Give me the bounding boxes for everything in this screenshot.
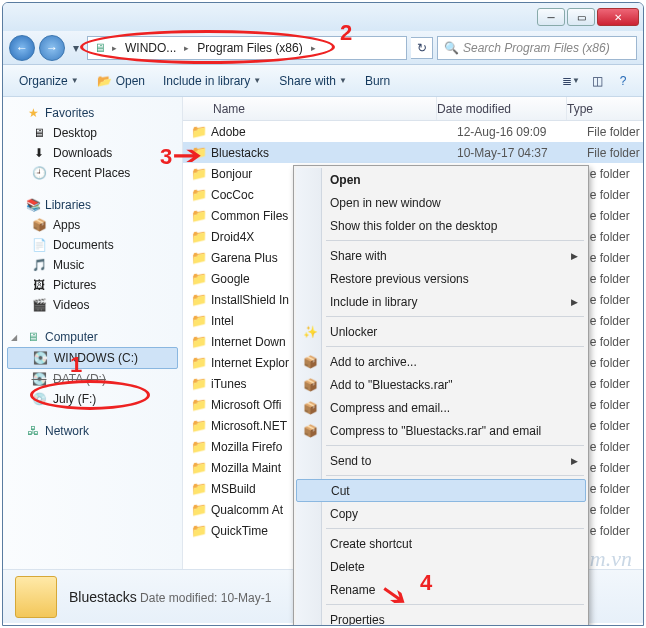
file-date: 10-May-17 04:37 [457, 146, 587, 160]
address-bar[interactable]: 🖥 ▸ WINDO... ▸ Program Files (x86) ▸ [87, 36, 407, 60]
network-group[interactable]: 🖧Network [7, 421, 178, 441]
file-type: le folder [587, 230, 630, 244]
sidebar-item-desktop[interactable]: 🖥Desktop [7, 123, 178, 143]
ctx-send-to[interactable]: Send to▶ [296, 449, 586, 472]
file-type: le folder [587, 503, 630, 517]
file-type: le folder [587, 188, 630, 202]
videos-icon: 🎬 [31, 297, 47, 313]
column-type[interactable]: Type [567, 97, 643, 120]
minimize-button[interactable]: ─ [537, 8, 565, 26]
explorer-window: ─ ▭ ✕ ← → ▾ 🖥 ▸ WINDO... ▸ Program Files… [2, 2, 644, 626]
ctx-unlocker[interactable]: ✨Unlocker [296, 320, 586, 343]
column-date[interactable]: Date modified [437, 97, 567, 120]
ctx-compress-rar-email[interactable]: 📦Compress to "Bluestacks.rar" and email [296, 419, 586, 442]
sidebar-item-music[interactable]: 🎵Music [7, 255, 178, 275]
sidebar-item-pictures[interactable]: 🖼Pictures [7, 275, 178, 295]
close-button[interactable]: ✕ [597, 8, 639, 26]
refresh-button[interactable]: ↻ [411, 37, 433, 59]
ctx-add-rar[interactable]: 📦Add to "Bluestacks.rar" [296, 373, 586, 396]
sidebar-item-documents[interactable]: 📄Documents [7, 235, 178, 255]
sidebar-item-drive-c[interactable]: 💽WINDOWS (C:) [7, 347, 178, 369]
ctx-delete[interactable]: Delete [296, 555, 586, 578]
history-dropdown[interactable]: ▾ [69, 38, 83, 58]
sidebar-item-videos[interactable]: 🎬Videos [7, 295, 178, 315]
folder-icon: 📁 [191, 418, 211, 433]
breadcrumb-seg2[interactable]: Program Files (x86) [193, 41, 306, 55]
file-type: le folder [587, 356, 630, 370]
include-library-button[interactable]: Include in library▼ [155, 70, 269, 92]
wand-icon: ✨ [302, 325, 318, 339]
sidebar-item-drive-d[interactable]: 💽DATA (D:) [7, 369, 178, 389]
context-menu: Open Open in new window Show this folder… [293, 165, 589, 626]
documents-icon: 📄 [31, 237, 47, 253]
ctx-rename[interactable]: Rename [296, 578, 586, 601]
libraries-group[interactable]: 📚Libraries [7, 195, 178, 215]
archive-icon: 📦 [302, 424, 318, 438]
ctx-open-new-window[interactable]: Open in new window [296, 191, 586, 214]
file-row[interactable]: 📁Bluestacks10-May-17 04:37File folder [183, 142, 643, 163]
apps-icon: 📦 [31, 217, 47, 233]
folder-icon: 📁 [191, 145, 211, 160]
maximize-button[interactable]: ▭ [567, 8, 595, 26]
forward-button[interactable]: → [39, 35, 65, 61]
details-name: Bluestacks [69, 589, 137, 605]
desktop-icon: 🖥 [31, 125, 47, 141]
sidebar-item-downloads[interactable]: ⬇Downloads [7, 143, 178, 163]
folder-icon: 📁 [191, 208, 211, 223]
organize-button[interactable]: Organize▼ [11, 70, 87, 92]
ctx-restore-versions[interactable]: Restore previous versions [296, 267, 586, 290]
chevron-right-icon[interactable]: ▸ [110, 43, 119, 53]
chevron-right-icon[interactable]: ▸ [182, 43, 191, 53]
drive-icon: 💿 [31, 391, 47, 407]
toolbar: Organize▼ 📂Open Include in library▼ Shar… [3, 65, 643, 97]
preview-pane-button[interactable]: ◫ [585, 70, 609, 92]
file-date: 12-Aug-16 09:09 [457, 125, 587, 139]
burn-button[interactable]: Burn [357, 70, 398, 92]
file-row[interactable]: 📁Adobe12-Aug-16 09:09File folder [183, 121, 643, 142]
folder-icon: 📁 [191, 124, 211, 139]
view-options-button[interactable]: ≣ ▼ [559, 70, 583, 92]
navigation-bar: ← → ▾ 🖥 ▸ WINDO... ▸ Program Files (x86)… [3, 31, 643, 65]
ctx-create-shortcut[interactable]: Create shortcut [296, 532, 586, 555]
back-button[interactable]: ← [9, 35, 35, 61]
chevron-right-icon[interactable]: ▸ [309, 43, 318, 53]
computer-group[interactable]: ◢🖥Computer [7, 327, 178, 347]
sidebar-item-recent[interactable]: 🕘Recent Places [7, 163, 178, 183]
ctx-include-library[interactable]: Include in library▶ [296, 290, 586, 313]
folder-icon: 📁 [191, 229, 211, 244]
ctx-compress-email[interactable]: 📦Compress and email... [296, 396, 586, 419]
column-headers: Name Date modified Type [183, 97, 643, 121]
file-type: le folder [587, 251, 630, 265]
open-button[interactable]: 📂Open [89, 69, 153, 93]
folder-icon: 📁 [191, 250, 211, 265]
folder-icon: 📁 [191, 376, 211, 391]
sidebar-item-drive-f[interactable]: 💿July (F:) [7, 389, 178, 409]
archive-icon: 📦 [302, 355, 318, 369]
ctx-copy[interactable]: Copy [296, 502, 586, 525]
folder-icon: 📁 [191, 523, 211, 538]
ctx-share-with[interactable]: Share with▶ [296, 244, 586, 267]
help-button[interactable]: ? [611, 70, 635, 92]
ctx-properties[interactable]: Properties [296, 608, 586, 626]
folder-icon: 📁 [191, 439, 211, 454]
file-type: le folder [587, 209, 630, 223]
favorites-group[interactable]: ★Favorites [7, 103, 178, 123]
breadcrumb-seg1[interactable]: WINDO... [121, 41, 180, 55]
recent-icon: 🕘 [31, 165, 47, 181]
chevron-right-icon: ▶ [571, 297, 578, 307]
ctx-show-on-desktop[interactable]: Show this folder on the desktop [296, 214, 586, 237]
ctx-cut[interactable]: Cut [296, 479, 586, 502]
star-icon: ★ [25, 105, 41, 121]
column-name[interactable]: Name [191, 97, 437, 120]
folder-icon: 📁 [191, 460, 211, 475]
file-type: le folder [587, 377, 630, 391]
drive-icon: 💽 [31, 371, 47, 387]
share-with-button[interactable]: Share with▼ [271, 70, 355, 92]
search-input[interactable]: 🔍 Search Program Files (x86) [437, 36, 637, 60]
pictures-icon: 🖼 [31, 277, 47, 293]
ctx-open[interactable]: Open [296, 168, 586, 191]
sidebar-item-apps[interactable]: 📦Apps [7, 215, 178, 235]
folder-icon: 📁 [191, 334, 211, 349]
network-icon: 🖧 [25, 423, 41, 439]
ctx-add-archive[interactable]: 📦Add to archive... [296, 350, 586, 373]
